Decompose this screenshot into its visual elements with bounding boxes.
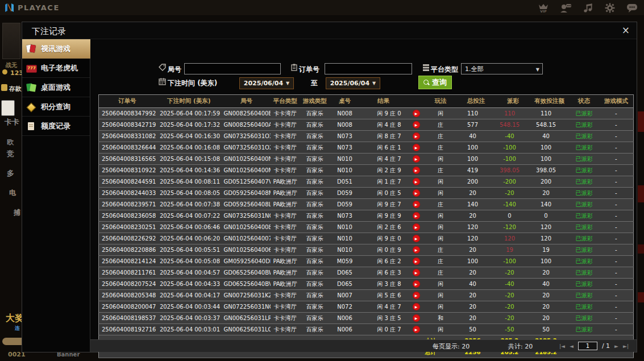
table-row: 2506040082302512025-06-04 00:06:46GN0102… bbox=[99, 222, 634, 233]
table-row: 2506040083109222025-06-04 00:14:36GN0102… bbox=[99, 165, 634, 176]
cell-total: 20 bbox=[456, 244, 497, 256]
cell-status: 已派彩 bbox=[570, 244, 599, 256]
play-icon[interactable]: ▶ bbox=[413, 155, 420, 163]
cell-result: 闲 3 庄 5 bbox=[360, 313, 407, 324]
platform-type-select[interactable]: 1.全部 ▼ bbox=[461, 63, 543, 74]
play-icon[interactable]: ▶ bbox=[413, 246, 420, 254]
close-icon[interactable]: × bbox=[622, 25, 630, 35]
table-row: 2506040082440332025-06-04 00:08:05GD0592… bbox=[99, 188, 634, 199]
tag-icon bbox=[159, 64, 166, 71]
cell-table: N007 bbox=[330, 290, 360, 301]
cell-result: 闲 9 庄 0 bbox=[360, 233, 407, 244]
cell-order: 250604008244033 bbox=[99, 188, 156, 199]
logo-mark-icon bbox=[5, 3, 14, 13]
cell-table: D065 bbox=[330, 267, 360, 279]
background-fragment: 捕 bbox=[14, 208, 20, 218]
cell-valid: 20 bbox=[530, 267, 570, 279]
play-icon[interactable]: ▶ bbox=[413, 258, 420, 265]
cell-mode: - bbox=[599, 256, 634, 267]
cell-time: 2025-06-04 00:05:51 bbox=[156, 244, 223, 256]
last-page-icon[interactable]: ►| bbox=[623, 343, 629, 349]
cell-game: 百家乐 bbox=[300, 176, 330, 188]
sidebar-item-label: 额度记录 bbox=[41, 121, 70, 131]
sidebar-item[interactable]: 视讯游戏 bbox=[22, 39, 98, 59]
play-icon[interactable]: ▶ bbox=[413, 326, 420, 333]
cell-round: GD065256040BW bbox=[223, 267, 271, 279]
play-icon[interactable]: ▶ bbox=[413, 144, 420, 151]
cell-table: N072 bbox=[330, 301, 360, 313]
cell-status: 已派彩 bbox=[570, 131, 599, 142]
column-header: 游戏类型 bbox=[300, 95, 330, 108]
cell-order: 250604008316565 bbox=[99, 153, 156, 165]
cell-replay: ▶ bbox=[407, 279, 426, 290]
play-icon[interactable]: ▶ bbox=[413, 178, 420, 185]
cell-status: 已派彩 bbox=[570, 256, 599, 267]
play-icon[interactable]: ▶ bbox=[413, 223, 420, 231]
play-icon[interactable]: ▶ bbox=[413, 235, 420, 242]
play-icon[interactable]: ▶ bbox=[413, 314, 420, 322]
cell-total: 50 bbox=[456, 324, 497, 335]
cell-payout: -20 bbox=[497, 188, 530, 199]
play-icon[interactable]: ▶ bbox=[413, 303, 420, 310]
date-to-picker[interactable]: 2025/06/04 ▼ bbox=[326, 77, 380, 89]
sidebar-item[interactable]: 积分查询 bbox=[22, 97, 90, 117]
play-icon[interactable]: ▶ bbox=[413, 189, 420, 197]
cell-time: 2025-06-04 00:07:22 bbox=[156, 210, 223, 222]
cell-status: 已派彩 bbox=[570, 176, 599, 188]
cell-time: 2025-06-04 00:06:20 bbox=[156, 233, 223, 244]
music-icon[interactable] bbox=[581, 2, 594, 14]
cell-mode: - bbox=[599, 233, 634, 244]
play-icon[interactable]: ▶ bbox=[413, 292, 420, 299]
cell-valid: 20 bbox=[530, 188, 570, 199]
play-icon[interactable]: ▶ bbox=[413, 110, 420, 117]
prev-page-icon[interactable]: ◄ bbox=[570, 343, 574, 349]
cell-mode: - bbox=[599, 153, 634, 165]
play-icon[interactable]: ▶ bbox=[413, 201, 420, 208]
date-from-picker[interactable]: 2025/06/04 ▼ bbox=[239, 77, 294, 89]
cell-table: N006 bbox=[330, 324, 360, 335]
play-icon[interactable]: ▶ bbox=[413, 121, 420, 128]
play-icon[interactable]: ▶ bbox=[413, 132, 420, 140]
play-icon[interactable]: ▶ bbox=[413, 167, 420, 174]
coin-icon bbox=[2, 69, 7, 74]
query-button[interactable]: 查询 bbox=[418, 76, 452, 89]
cell-round: GN072256031NC bbox=[223, 301, 271, 313]
sidebar-item-label: 电子老虎机 bbox=[41, 63, 78, 73]
page-number-input[interactable] bbox=[578, 342, 597, 350]
cell-result: 闲 0 庄 5 bbox=[360, 188, 407, 199]
play-icon[interactable]: ▶ bbox=[413, 212, 420, 219]
cell-total: 20 bbox=[456, 210, 497, 222]
cell-time: 2025-06-04 00:04:17 bbox=[156, 290, 223, 301]
cell-status: 已派彩 bbox=[570, 290, 599, 301]
records-icon bbox=[26, 121, 37, 131]
column-header: 总投注 bbox=[456, 95, 497, 108]
cell-result: 闲 4 庄 8 bbox=[360, 119, 407, 131]
column-header: 状态 bbox=[570, 95, 599, 108]
clipboard-icon bbox=[290, 64, 298, 71]
settings-gear-icon[interactable] bbox=[604, 2, 616, 14]
cell-game: 百家乐 bbox=[300, 244, 330, 256]
cell-game: 百家乐 bbox=[300, 256, 330, 267]
sidebar-item[interactable]: 电子老虎机 bbox=[22, 59, 90, 78]
cell-status: 已派彩 bbox=[570, 324, 599, 335]
order-number-label: 订单号 bbox=[299, 65, 319, 74]
play-icon[interactable]: ▶ bbox=[413, 269, 420, 276]
sidebar-item[interactable]: 额度记录 bbox=[22, 117, 90, 136]
next-page-icon[interactable]: ► bbox=[614, 343, 618, 349]
sidebar-item[interactable]: 桌面游戏 bbox=[22, 78, 90, 97]
cell-time: 2025-06-04 00:04:33 bbox=[156, 279, 223, 290]
vip-icon[interactable]: VIP bbox=[537, 2, 550, 14]
playace-logo[interactable]: PLAYACE bbox=[5, 3, 60, 13]
order-number-input[interactable] bbox=[325, 63, 412, 74]
cell-bet: 闲 bbox=[426, 188, 456, 199]
customer-service-icon[interactable] bbox=[559, 2, 572, 14]
play-icon[interactable]: ▶ bbox=[413, 280, 420, 288]
cell-total: 577 bbox=[456, 119, 497, 131]
cell-platform: PA欧洲厅 bbox=[271, 267, 300, 279]
cell-total: 200 bbox=[456, 176, 497, 188]
round-number-input[interactable] bbox=[184, 63, 281, 74]
cell-valid: 100 bbox=[530, 142, 570, 153]
cell-valid: 110 bbox=[530, 108, 570, 119]
first-page-icon[interactable]: |◄ bbox=[559, 343, 565, 349]
chat-icon[interactable] bbox=[626, 2, 638, 14]
